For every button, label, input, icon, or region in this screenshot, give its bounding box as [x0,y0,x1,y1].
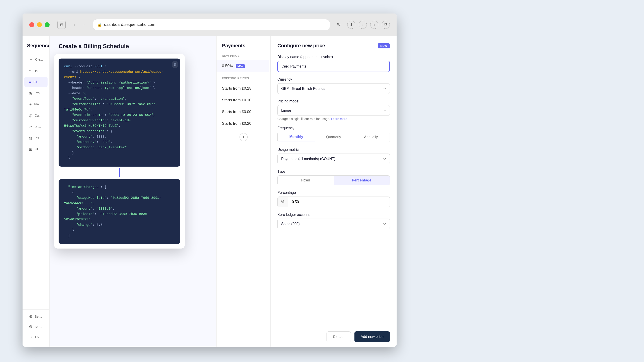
code-line: "usageMetricId": "018bcd92-285a-79d9-899… [64,195,175,206]
close-button[interactable] [29,22,34,27]
sidebar-item-plans[interactable]: ◈ Pla... [24,99,48,109]
refresh-button[interactable]: ↻ [334,21,343,29]
frequency-tab-quarterly[interactable]: Quarterly [315,132,352,142]
learn-more-link[interactable]: Learn more [331,117,347,121]
sidebar-item-label: Set... [35,315,42,318]
sidebar-bottom: ⚙ Set... ⚙ Set... → Log... [22,309,49,342]
sidebar-toggle-icon: ⊟ [60,22,63,27]
code-line: "customerAlias": "018bcd91-3d7f-7a5e-897… [64,102,175,113]
sidebar-item-label: Pro... [35,91,42,95]
sidebar-item-label: Cre... [35,58,43,61]
forward-button[interactable]: › [80,21,88,29]
usage-metric-label: Usage metric [278,148,390,152]
code-dialog: ⧉ curl --request POST \ --url https://sa… [54,54,185,249]
sidebar-item-label: Cu... [35,114,42,117]
code-string: "transaction" [98,97,125,101]
percentage-input[interactable] [288,197,390,207]
currency-group: Currency GBP - Great British Pounds USD … [278,77,390,94]
sidebar: Sequence ＋ Cre... ⌂ Ho... ≡ Bil... ◉ Pro… [22,36,50,347]
display-name-label: Display name (appears on invoice) [278,55,390,59]
code-line: --data '{ [64,91,175,96]
sidebar-item-label: Set... [35,325,42,329]
code-line: "method": "bank_transfer" [64,145,175,150]
code-line: "customerEventId": "event-id-H4twuTWpYxl… [64,118,175,129]
maximize-button[interactable] [44,22,50,27]
code-line: ] [64,233,175,239]
sidebar-item-home[interactable]: ⌂ Ho... [24,66,48,76]
code-string: "currency" [76,140,96,144]
sidebar-toggle-button[interactable]: ⊟ [58,21,66,29]
currency-label: Currency [278,77,390,81]
code-string: "bank_transfer" [96,146,127,149]
add-price-button[interactable]: + [240,133,248,141]
sidebar-item-integrations[interactable]: ⊞ Int... [24,144,48,154]
existing-price-item-3[interactable]: Starts from £0.00 [216,106,270,118]
display-name-input[interactable] [278,61,390,72]
products-icon: ◉ [29,90,32,95]
configure-new-badge: NEW [378,43,390,48]
cancel-button[interactable]: Cancel [326,331,351,342]
app-logo: Sequence [22,40,49,53]
sidebar-item-label: Ins... [35,136,42,140]
usage-metric-select[interactable]: Payments (all methods) (COUNT) Transacti… [278,154,390,164]
create-icon: ＋ [29,57,33,62]
sidebar-item-customers[interactable]: ◎ Cu... [24,110,48,121]
percentage-label: Percentage [278,191,390,195]
frequency-tab-monthly[interactable]: Monthly [278,132,315,142]
url-bar[interactable]: 🔒 dashboard.sequencehq.com [92,19,330,30]
home-icon: ⌂ [29,68,31,73]
code-string: "charge" [76,223,92,227]
tabs-button[interactable]: ⧉ [382,21,390,29]
back-button[interactable]: ‹ [70,21,78,29]
sidebar-item-billing[interactable]: ≡ Bil... [24,77,48,87]
frequency-tabs: Monthly Quarterly Annually [278,132,390,142]
share-button[interactable]: ↑ [359,21,367,29]
add-new-price-button[interactable]: Add new price [354,331,390,342]
minimize-button[interactable] [37,22,42,27]
code-line: "eventType": "transaction", [64,96,175,102]
code-line: "priceId": "018bcd92-3a89-7b36-8e36-565d… [64,212,175,222]
new-price-section-label: NEW PRICE [216,54,270,60]
type-tab-percentage[interactable]: Percentage [334,176,390,185]
sidebar-item-settings[interactable]: ⚙ Set... [24,311,48,322]
type-tabs: Fixed Percentage [278,175,390,185]
usage-icon: ↗ [29,124,32,129]
code-string: '{ [82,92,86,95]
insights-icon: ◍ [29,135,32,140]
billing-icon: ≡ [29,79,31,84]
code-line: }' [64,156,175,161]
existing-price-item-4[interactable]: Starts from £0.20 [216,118,270,129]
lock-icon: 🔒 [97,22,102,27]
new-tab-button[interactable]: ＋ [370,21,378,29]
right-panel: Payments NEW PRICE 0.50% NEW EXISTING PR… [216,36,396,347]
xero-ledger-label: Xero ledger account [278,213,390,217]
type-tab-fixed[interactable]: Fixed [278,176,334,185]
copy-button-1[interactable]: ⧉ [172,61,178,68]
sidebar-item-logout[interactable]: → Log... [24,332,48,342]
configure-panel: Configure new price NEW Display name (ap… [270,36,396,327]
existing-prices-section-label: EXISTING PRICES [216,76,270,83]
sidebar-item-products[interactable]: ◉ Pro... [24,88,48,98]
xero-ledger-select[interactable]: Sales (200) Revenue (400) Other Income (… [278,219,390,229]
existing-price-item-2[interactable]: Starts from £0.10 [216,94,270,106]
sidebar-item-insights[interactable]: ◍ Ins... [24,133,48,143]
payments-title: Payments [216,43,270,54]
frequency-tab-annually[interactable]: Annually [352,132,390,142]
code-line: "currency": "GBP", [64,140,175,145]
currency-select[interactable]: GBP - Great British Pounds USD - US Doll… [278,83,390,94]
new-price-item[interactable]: 0.50% NEW [216,60,270,72]
panel-footer: Cancel Add new price [270,327,396,347]
type-label: Type [278,170,390,174]
code-line: { [64,190,175,195]
pricing-model-select[interactable]: Linear Graduated Volume Flat Fee [278,105,390,116]
code-keyword: POST [94,65,102,68]
download-button[interactable]: ⬇ [347,21,355,29]
existing-price-item-1[interactable]: Starts from £0.25 [216,83,270,94]
code-string: "amount" [76,207,92,211]
existing-price-value-3: Starts from £0.00 [222,110,251,114]
code-string: "usageMetricId" [76,196,106,200]
sidebar-item-create[interactable]: ＋ Cre... [24,54,48,65]
traffic-lights [29,22,50,27]
sidebar-item-settings2[interactable]: ⚙ Set... [24,322,48,332]
sidebar-item-usage[interactable]: ↗ Us... [24,122,48,132]
